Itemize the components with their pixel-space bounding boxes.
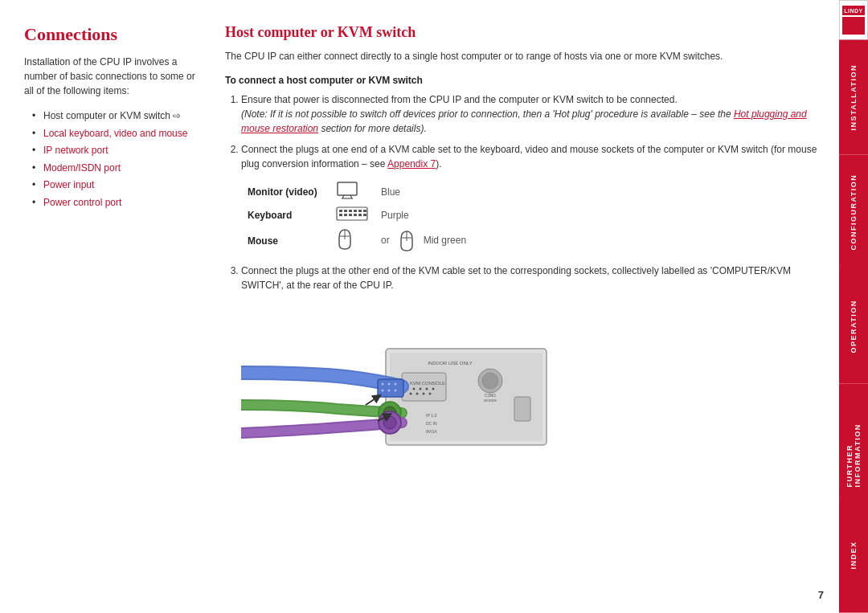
svg-rect-8 (354, 210, 357, 212)
svg-rect-5 (339, 210, 342, 212)
svg-point-50 (383, 416, 396, 429)
svg-point-41 (382, 383, 384, 386)
svg-rect-16 (363, 214, 366, 216)
mouse-or: or Mid green (375, 226, 473, 255)
list-item: Local keyboard, video and mouse (32, 125, 201, 143)
connector-icon-monitor (330, 179, 375, 204)
connector-row-monitor: Monitor (video) Blue (241, 179, 473, 204)
connector-color-monitor: Blue (375, 179, 473, 204)
right-intro: The CPU IP can either connect directly t… (225, 49, 823, 63)
right-column: Host computer or KVM switch The CPU IP c… (225, 24, 823, 597)
connector-label-keyboard: Keyboard (241, 204, 330, 226)
sidebar-tab-installation[interactable]: INSTALLATION (839, 40, 868, 155)
svg-text:IP 1-3: IP 1-3 (426, 413, 436, 418)
step-2-text: Connect the plugs at one end of a KVM ca… (241, 144, 817, 170)
connector-label-monitor: Monitor (video) (241, 179, 330, 204)
list-item: Power control port (32, 194, 201, 212)
sidebar-tab-configuration[interactable]: CONFIGURATION (839, 155, 868, 270)
svg-point-45 (388, 390, 391, 392)
sidebar-tab-index-label: INDEX (850, 541, 858, 570)
bullet-link-power-input[interactable]: Power input (43, 179, 94, 190)
svg-point-27 (413, 388, 416, 390)
sidebar-tab-operation[interactable]: OPERATION (839, 269, 868, 384)
svg-point-32 (416, 393, 419, 395)
step-list: Ensure that power is disconnected from t… (225, 92, 823, 171)
page-footer: 7 (818, 589, 824, 601)
hot-plug-link[interactable]: Hot plugging and mouse restoration (241, 108, 807, 134)
logo-square (842, 17, 865, 35)
svg-rect-40 (378, 379, 403, 397)
logo-text: LINDY (842, 6, 865, 15)
svg-point-28 (420, 388, 422, 390)
svg-text:DC IN: DC IN (426, 421, 437, 426)
sidebar-tabs: INSTALLATION CONFIGURATION OPERATION FUR… (839, 40, 868, 613)
device-connector-svg: INDOOR USE ONLY KVM CONSOLE (241, 300, 579, 477)
svg-point-46 (395, 390, 397, 392)
sidebar-tab-operation-label: OPERATION (850, 300, 858, 353)
sidebar-tab-configuration-label: CONFIGURATION (850, 174, 858, 250)
left-column: Connections Installation of the CPU IP i… (24, 24, 201, 597)
right-sidebar: LINDY INSTALLATION CONFIGURATION OPERATI… (839, 0, 868, 613)
step-1: Ensure that power is disconnected from t… (241, 92, 823, 136)
connector-label-mouse: Mouse (241, 226, 330, 255)
svg-rect-14 (354, 214, 357, 216)
bullet-item-host: Host computer or KVM switch ⇨ (43, 110, 181, 121)
connector-icon-keyboard (330, 204, 375, 226)
right-section-title: Host computer or KVM switch (225, 24, 823, 41)
svg-rect-9 (358, 210, 362, 212)
svg-text:MODEM: MODEM (484, 398, 496, 403)
svg-point-31 (410, 393, 412, 395)
step-3: Connect the plugs at the other end of th… (241, 264, 823, 292)
bullet-link-power-control[interactable]: Power control port (43, 197, 121, 208)
connector-row-keyboard: Keyboard (241, 204, 473, 226)
svg-rect-11 (339, 214, 342, 216)
svg-rect-13 (349, 214, 352, 216)
list-item: Power input (32, 177, 201, 194)
bullet-link-modem[interactable]: Modem/ISDN port (43, 162, 121, 174)
svg-rect-7 (349, 210, 352, 212)
left-intro: Installation of the CPU IP involves a nu… (24, 55, 201, 98)
step-list-continued: Connect the plugs at the other end of th… (225, 264, 823, 292)
svg-rect-10 (363, 210, 366, 212)
bullet-list: Host computer or KVM switch ⇨ Local keyb… (24, 108, 201, 212)
main-content: Connections Installation of the CPU IP i… (0, 0, 839, 613)
connector-color-mouse: Mid green (424, 235, 466, 246)
svg-point-29 (426, 388, 428, 390)
svg-point-30 (432, 388, 435, 390)
page-number: 7 (818, 589, 824, 601)
svg-text:INDOOR USE ONLY: INDOOR USE ONLY (428, 361, 473, 366)
connector-row-mouse: Mouse or (241, 226, 473, 255)
list-item: IP network port (32, 142, 201, 160)
connector-icon-mouse (330, 226, 375, 255)
svg-point-43 (395, 383, 397, 386)
subsection-title: To connect a host computer or KVM switch (225, 75, 823, 86)
svg-text:KVM CONSOLE: KVM CONSOLE (410, 381, 445, 386)
step-2: Connect the plugs at one end of a KVM ca… (241, 142, 823, 171)
or-text: or (381, 235, 390, 246)
svg-text:COM1: COM1 (485, 393, 497, 398)
svg-point-33 (423, 393, 425, 395)
sidebar-tab-installation-label: INSTALLATION (850, 64, 858, 131)
connector-table: Monitor (video) Blue Keyboard (241, 179, 473, 255)
connector-color-keyboard: Purple (375, 204, 473, 226)
svg-point-42 (388, 383, 391, 386)
svg-point-36 (482, 373, 498, 389)
left-section-title: Connections (24, 24, 201, 45)
svg-text:9V/1A: 9V/1A (426, 429, 437, 434)
svg-point-34 (429, 393, 432, 395)
sidebar-tab-index[interactable]: INDEX (839, 498, 868, 613)
sidebar-tab-further-info[interactable]: FURTHER INFORMATION (839, 384, 868, 499)
list-item: Host computer or KVM switch ⇨ (32, 108, 201, 125)
svg-rect-39 (514, 397, 530, 421)
svg-rect-6 (344, 210, 347, 212)
svg-point-44 (382, 390, 384, 392)
svg-rect-12 (344, 214, 347, 216)
device-image: INDOOR USE ONLY KVM CONSOLE (241, 300, 579, 477)
step-3-text: Connect the plugs at the other end of th… (241, 265, 791, 291)
bullet-link-local-keyboard[interactable]: Local keyboard, video and mouse (43, 128, 187, 139)
sidebar-tab-further-info-label: FURTHER INFORMATION (845, 395, 862, 488)
bullet-link-ip-network[interactable]: IP network port (43, 145, 108, 156)
step-1-note: (Note: If it is not possible to switch o… (241, 107, 823, 136)
sidebar-logo: LINDY (839, 0, 868, 40)
appendix-link[interactable]: Appendix 7 (387, 158, 436, 170)
